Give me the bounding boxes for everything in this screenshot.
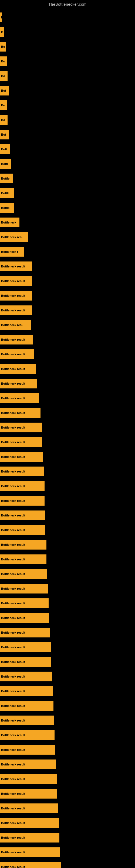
bar-item: Bottleneck result: [0, 408, 41, 418]
bar-row: Bottleneck result: [0, 362, 135, 376]
bar-item: Bo: [0, 42, 6, 52]
bar-item: Bottleneck resu: [0, 232, 28, 242]
bar-label: Bottleneck result: [1, 587, 25, 590]
bar-row: Bottleneck result: [0, 757, 135, 771]
bar-label: Bottleneck result: [1, 792, 25, 795]
bar-item: Bottleneck result: [0, 833, 59, 842]
bar-row: Bottleneck result: [0, 479, 135, 493]
bar-label: Bottle: [1, 191, 9, 195]
bar-label: Bottleneck result: [1, 734, 25, 737]
bar-item: Bottleneck result: [0, 276, 32, 286]
bar-item: Bottleneck result: [0, 496, 45, 506]
bar-item: Bottleneck resu: [0, 320, 31, 330]
bar-item: Bo: [0, 115, 8, 125]
bar-label: Bottleneck result: [1, 528, 25, 532]
bar-item: Bot: [0, 86, 9, 95]
bar-item: Bottleneck result: [0, 803, 58, 813]
bar-item: Bottleneck result: [0, 393, 39, 403]
bar-label: Bottleneck result: [1, 822, 25, 825]
bar-label: Bottleneck result: [1, 470, 25, 473]
bar-label: Bottleneck result: [1, 777, 25, 781]
bar-item: Bottleneck result: [0, 701, 53, 711]
bar-item: Bottleneck result: [0, 423, 42, 432]
bar-label: Bottleneck result: [1, 616, 25, 620]
bar-row: Bo: [0, 40, 135, 54]
bar-item: Bottleneck result: [0, 716, 54, 725]
bar-row: Bottle: [0, 172, 135, 186]
bar-label: Bo: [1, 104, 5, 107]
bar-item: Bot: [0, 130, 9, 140]
bar-item: Bottleneck result: [0, 584, 48, 593]
bar-label: Bottleneck result: [1, 265, 25, 268]
bar-row: Bottleneck result: [0, 845, 135, 859]
bar-label: Bottleneck result: [1, 850, 25, 854]
bar-row: Bo: [0, 54, 135, 68]
bar-row: Bottleneck result: [0, 640, 135, 654]
bar-item: Bottleneck result: [0, 305, 32, 315]
bar-label: Bottleneck result: [1, 646, 25, 649]
bar-row: Bottleneck result: [0, 523, 135, 537]
bar-item: Bottleneck result: [0, 261, 32, 271]
bar-item: Bottleneck result: [0, 437, 42, 447]
bar-item: Bottleneck: [0, 218, 19, 227]
bar-row: Bottleneck result: [0, 670, 135, 684]
bar-label: Bottleneck result: [1, 382, 25, 385]
bar-row: Bottleneck result: [0, 655, 135, 669]
bar-row: Bottleneck result: [0, 552, 135, 566]
bar-item: Bottleneck result: [0, 510, 45, 520]
bar-item: Bott: [0, 144, 10, 154]
bar-row: Bottleneck result: [0, 259, 135, 273]
bar-row: Bottleneck result: [0, 582, 135, 596]
bar-item: Bottleneck result: [0, 525, 45, 535]
bar-item: Bottleneck result: [0, 467, 44, 476]
bar-row: Bottleneck result: [0, 508, 135, 522]
bar-row: Bo: [0, 98, 135, 112]
bar-row: Bottl: [0, 157, 135, 171]
bar-label: B: [1, 30, 3, 34]
bar-row: Bottleneck result: [0, 567, 135, 581]
bar-label: Bot: [1, 89, 6, 92]
bar-row: Bottleneck: [0, 215, 135, 229]
bar-label: Bottleneck result: [1, 543, 25, 546]
bar-label: Bo: [1, 74, 5, 78]
bar-row: Bottleneck r: [0, 245, 135, 259]
bar-item: Bottleneck result: [0, 335, 33, 344]
bar-item: Bottleneck result: [0, 862, 61, 868]
bar-item: Bottleneck result: [0, 657, 51, 667]
bar-item: Bottleneck result: [0, 540, 46, 550]
bar-item: Bo: [0, 71, 8, 81]
bar-label: Bottleneck result: [1, 309, 25, 312]
bar-label: Bottleneck result: [1, 807, 25, 810]
bar-item: Bottleneck result: [0, 452, 43, 462]
bar-item: Bottleneck result: [0, 672, 52, 681]
bar-row: Bottleneck result: [0, 860, 135, 868]
bar-item: Bottle: [0, 188, 14, 198]
bar-label: Bottleneck result: [1, 660, 25, 663]
bar-row: Bottleneck result: [0, 625, 135, 640]
bar-label: Bottleneck result: [1, 675, 25, 678]
bar-row: Bottleneck result: [0, 538, 135, 552]
bar-label: Bottl: [1, 162, 8, 165]
bar-row: Bottleneck result: [0, 450, 135, 464]
bar-row: Bottleneck result: [0, 289, 135, 303]
bar-label: Bottleneck: [1, 221, 16, 224]
bar-label: Bott: [1, 148, 7, 151]
bar-row: Bottleneck result: [0, 435, 135, 449]
bar-item: Bottleneck result: [0, 598, 49, 608]
bar-label: Bo: [1, 60, 5, 63]
bar-row: Bottleneck result: [0, 376, 135, 391]
bar-label: B: [1, 16, 2, 19]
bar-label: Bottleneck result: [1, 411, 25, 414]
bar-label: Bottleneck result: [1, 748, 25, 751]
bar-label: Bottleneck result: [1, 514, 25, 517]
bar-item: Bottleneck result: [0, 364, 36, 374]
bar-item: Bottleneck result: [0, 291, 32, 301]
bar-row: Bottleneck result: [0, 772, 135, 786]
bar-row: Bottleneck result: [0, 274, 135, 288]
bar-item: Bottleneck result: [0, 569, 47, 579]
bar-row: Bottleneck result: [0, 713, 135, 727]
bar-row: Bottleneck result: [0, 699, 135, 713]
bar-row: Bottle: [0, 201, 135, 215]
bar-label: Bottleneck result: [1, 865, 25, 868]
bar-row: Bot: [0, 84, 135, 98]
